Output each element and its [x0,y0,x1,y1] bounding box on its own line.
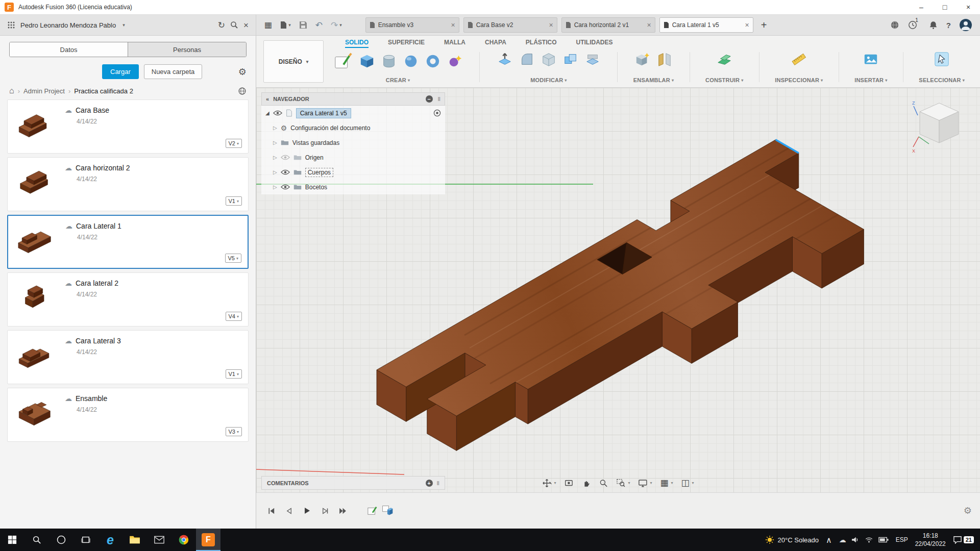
design-workspace-button[interactable]: DISEÑO▾ [263,40,324,83]
doc-tab-cara-horizontal[interactable]: Cara horizontal 2 v1 × [561,17,655,33]
navigator-row-cuerpos[interactable]: ▷ Cuerpos [261,165,445,180]
action-center-button[interactable]: 21 [953,536,974,544]
navigator-header[interactable]: « NAVEGADOR – ‖ [261,92,445,106]
edge-taskbar-icon[interactable]: e [98,529,122,551]
data-panel-toggle-icon[interactable]: ▦ [264,21,272,29]
start-button[interactable] [0,529,24,551]
new-component-button[interactable] [633,50,652,68]
navigator-row-saved-views[interactable]: ▷ Vistas guardadas [261,135,445,150]
expand-triangle-icon[interactable]: ◢ [265,110,270,116]
ribbon-tab-superficie[interactable]: SUPERFICIE [388,39,425,48]
doc-tab-cara-base[interactable]: Cara Base v2 × [463,17,557,33]
group-label-insertar[interactable]: INSERTAR▾ [854,77,887,83]
expand-triangle-icon[interactable]: ▷ [273,184,277,190]
comments-add-icon[interactable]: + [426,480,433,487]
cylinder-tool-button[interactable] [380,52,398,70]
avatar[interactable] [960,19,972,31]
visibility-eye-icon[interactable] [281,169,290,175]
user-name[interactable]: Pedro Leonardo Mendoza Pablo [20,21,116,29]
timeline-settings-gear-icon[interactable]: ⚙ [964,505,972,516]
doc-tab-ensamble[interactable]: Ensamble v3 × [365,17,459,33]
orbit-tool-button[interactable]: ▾ [539,476,559,490]
tab-close-icon[interactable]: × [647,21,651,29]
close-panel-icon[interactable]: × [243,21,249,30]
tab-datos[interactable]: Datos [10,42,128,57]
panel-grip-icon[interactable]: ‖ [438,96,440,102]
notifications-bell-icon[interactable] [929,20,938,30]
close-button[interactable]: × [957,0,980,14]
breadcrumb-folder[interactable]: Practica calificada 2 [74,87,133,95]
expand-triangle-icon[interactable]: ▷ [273,140,277,145]
zoom-window-tool-button[interactable]: ▾ [613,476,633,490]
insert-decal-button[interactable] [862,50,880,68]
tab-close-icon[interactable]: × [549,21,553,29]
display-settings-button[interactable]: ▾ [635,476,655,490]
fusion-taskbar-icon[interactable]: F [196,529,220,551]
timeline-extrude-feature[interactable] [381,505,394,517]
undo-icon[interactable]: ↶ [315,21,323,30]
ribbon-tab-utilidades[interactable]: UTILIDADES [576,39,612,48]
form-tool-button[interactable] [446,52,464,70]
measure-button[interactable] [790,50,808,68]
file-menu-button[interactable]: ▾ [280,21,291,29]
expand-triangle-icon[interactable]: ▷ [273,155,277,160]
group-label-inspeccionar[interactable]: INSPECCIONAR▾ [775,77,823,83]
visibility-eye-off-icon[interactable] [281,155,290,160]
view-cube[interactable]: Z X [912,98,967,155]
speaker-icon[interactable] [851,536,860,543]
viewports-button[interactable]: ◫▾ [678,476,697,490]
navigator-row-bocetos[interactable]: ▷ Bocetos [261,180,445,194]
onedrive-cloud-icon[interactable]: ☁ [839,536,846,544]
ribbon-tab-plastico[interactable]: PLÁSTICO [526,39,557,48]
look-at-tool-button[interactable] [561,476,576,490]
navigator-row-origen[interactable]: ▷ Origen [261,150,445,165]
expand-triangle-icon[interactable]: ▷ [273,125,277,131]
combine-button[interactable] [561,50,580,68]
taskbar-clock[interactable]: 16:18 22/04/2022 [915,532,946,548]
file-item-cara-base[interactable]: ☁ Cara Base 4/14/22 V2▾ [7,99,249,154]
maximize-button[interactable]: □ [933,0,957,14]
joint-button[interactable] [655,50,674,68]
new-folder-button[interactable]: Nueva carpeta [144,64,203,79]
task-view-button[interactable] [74,529,98,551]
app-grid-icon[interactable] [7,21,15,29]
refresh-icon[interactable]: ↻ [218,21,225,30]
visibility-eye-icon[interactable] [273,110,282,116]
group-label-ensamblar[interactable]: ENSAMBLAR▾ [633,77,674,83]
timeline-step-forward-button[interactable] [318,504,331,517]
group-label-seleccionar[interactable]: SELECCIONAR▾ [919,77,964,83]
expand-triangle-icon[interactable]: ▷ [273,169,277,175]
save-icon[interactable] [299,21,307,29]
version-dropdown[interactable]: V3▾ [226,427,242,436]
language-indicator[interactable]: ESP [896,536,908,543]
taskbar-search-button[interactable] [24,529,49,551]
search-icon[interactable] [230,21,238,29]
timeline-play-button[interactable] [300,504,313,517]
timeline-sketch-feature[interactable] [367,505,378,516]
new-tab-button[interactable]: + [757,18,771,32]
panel-minus-icon[interactable]: – [426,95,433,103]
panel-settings-gear-icon[interactable]: ⚙ [238,66,247,78]
timeline-go-start-button[interactable] [264,504,278,517]
doc-tab-cara-lateral-1[interactable]: Cara Lateral 1 v5 × [659,17,753,33]
mail-taskbar-icon[interactable] [147,529,172,551]
fillet-button[interactable] [518,50,536,68]
version-dropdown[interactable]: V2▾ [226,139,242,148]
tab-personas[interactable]: Personas [128,42,246,57]
viewport-canvas[interactable]: « NAVEGADOR – ‖ ◢ Cara Lateral 1 v5 ▷ ⚙ … [256,88,980,492]
ribbon-tab-solido[interactable]: SOLIDO [345,39,369,48]
extensions-globe-icon[interactable] [890,20,899,30]
sphere-tool-button[interactable] [402,52,420,70]
version-dropdown[interactable]: V4▾ [226,312,242,321]
cortana-button[interactable] [49,529,74,551]
group-label-crear[interactable]: CREAR▾ [386,77,410,83]
user-menu-caret-icon[interactable]: ▾ [122,22,125,28]
tab-close-icon[interactable]: × [745,21,749,29]
version-dropdown[interactable]: V5▾ [225,254,241,263]
job-status-button[interactable]: 1 [908,20,920,30]
collapse-panel-icon[interactable]: « [266,96,269,102]
share-globe-icon[interactable] [238,87,247,95]
tray-expand-chevron-icon[interactable]: ∧ [826,535,832,545]
upload-button[interactable]: Cargar [102,64,139,79]
weather-widget[interactable]: 20°C Soleado [765,535,819,544]
